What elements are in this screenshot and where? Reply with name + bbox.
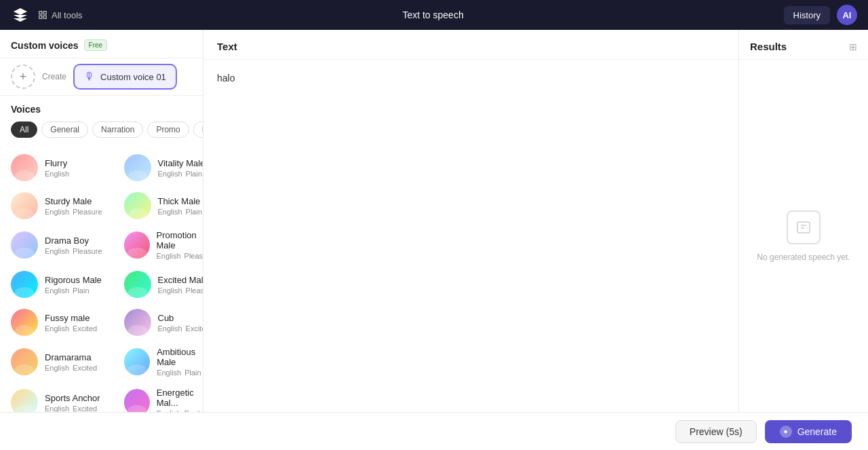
- text-panel: Text halo: [203, 30, 739, 412]
- voice-item-rigorous-male[interactable]: Rigorous Male EnglishPlain: [0, 265, 113, 303]
- voice-avatar-flurry: [11, 154, 38, 181]
- voice-avatar-promotion-male: [124, 231, 150, 259]
- generate-button[interactable]: ● Generate: [765, 420, 852, 443]
- svg-rect-3: [43, 16, 46, 18]
- voice-item-promotion-male[interactable]: Promotion Male EnglishPleasure: [113, 225, 203, 265]
- voice-avatar-thick-male: [124, 192, 151, 219]
- voice-item-sturdy-male[interactable]: Sturdy Male EnglishPleasure: [0, 187, 113, 225]
- voice-avatar-sports-anchor: [11, 389, 38, 412]
- voice-avatar-fussy-male: [11, 309, 38, 336]
- filter-tabs: All General Narration Promo Newscast: [0, 120, 203, 146]
- plus-icon: +: [20, 70, 27, 84]
- voice-avatar-dramarama: [11, 348, 38, 375]
- topnav-right: History AI: [784, 5, 857, 25]
- voice-avatar-rigorous-male: [11, 271, 38, 298]
- results-empty-state: No generated speech yet.: [739, 60, 868, 412]
- tab-general[interactable]: General: [41, 121, 88, 138]
- custom-voices-title: Custom voices: [11, 40, 79, 51]
- results-empty-text: No generated speech yet.: [757, 252, 850, 262]
- history-button[interactable]: History: [784, 6, 830, 24]
- voice-item-cub[interactable]: Cub EnglishExcited: [113, 303, 203, 341]
- voice-item-flurry[interactable]: Flurry English: [0, 149, 113, 187]
- voice-avatar-cub: [124, 309, 151, 336]
- generate-icon: ●: [780, 426, 792, 438]
- results-placeholder-icon: [787, 210, 821, 244]
- voice-item-vitality-male[interactable]: Vitality Male EnglishPlain: [113, 149, 203, 187]
- custom-voice-item[interactable]: 🎙 Custom voice 01: [73, 64, 177, 90]
- voice-item-excited-male[interactable]: Excited Male EnglishPleasure: [113, 265, 203, 303]
- voice-avatar-vitality-male: [124, 154, 151, 181]
- user-avatar[interactable]: AI: [837, 5, 857, 25]
- left-panel: Custom voices Free + Create 🎙 Custom voi…: [0, 30, 203, 412]
- tab-newscast[interactable]: Newscast: [193, 121, 203, 138]
- topnav: All tools Text to speech History AI: [0, 0, 868, 30]
- all-tools-label: All tools: [52, 10, 83, 20]
- voice-avatar-ambitious-male: [124, 348, 151, 375]
- voice-item-sports-anchor[interactable]: Sports Anchor EnglishExcited: [0, 382, 113, 412]
- voice-item-energetic-male[interactable]: Energetic Mal... EnglishExcited: [113, 382, 203, 412]
- custom-voice-label: Custom voice 01: [100, 72, 166, 82]
- results-panel: Results ⊞ No generated speech yet.: [739, 30, 868, 412]
- topnav-left: All tools: [11, 5, 83, 24]
- free-badge: Free: [84, 39, 108, 51]
- tab-narration[interactable]: Narration: [92, 121, 143, 138]
- custom-voices-row: + Create 🎙 Custom voice 01: [0, 58, 203, 96]
- results-title: Results: [750, 41, 787, 52]
- microphone-icon: 🎙: [84, 71, 95, 83]
- results-header: Results ⊞: [739, 30, 868, 60]
- all-tools-button[interactable]: All tools: [38, 10, 83, 20]
- tab-promo[interactable]: Promo: [147, 121, 189, 138]
- results-options-icon[interactable]: ⊞: [849, 41, 857, 52]
- voice-avatar-excited-male: [124, 271, 151, 298]
- voice-list: Flurry English Vitality Male EnglishPlai…: [0, 146, 203, 412]
- tab-all[interactable]: All: [11, 121, 37, 138]
- voice-item-ambitious-male[interactable]: Ambitious Male EnglishPlain: [113, 341, 203, 382]
- text-content: halo: [217, 73, 235, 83]
- logo: [11, 5, 30, 24]
- svg-rect-7: [797, 222, 810, 233]
- custom-voices-header: Custom voices Free: [0, 30, 203, 58]
- voice-grid: Flurry English Vitality Male EnglishPlai…: [0, 149, 203, 412]
- page-title: Text to speech: [402, 10, 463, 20]
- svg-rect-1: [43, 12, 46, 14]
- voice-item-thick-male[interactable]: Thick Male EnglishPlain: [113, 187, 203, 225]
- voice-avatar-drama-boy: [11, 231, 38, 259]
- voice-item-fussy-male[interactable]: Fussy male EnglishExcited: [0, 303, 113, 341]
- create-label: Create: [42, 72, 66, 81]
- voices-header: Voices: [0, 96, 203, 120]
- text-panel-header: Text: [203, 30, 738, 60]
- preview-button[interactable]: Preview (5s): [675, 420, 757, 443]
- svg-rect-0: [39, 12, 42, 14]
- main-layout: Custom voices Free + Create 🎙 Custom voi…: [0, 30, 868, 412]
- text-input-area[interactable]: halo: [203, 60, 738, 412]
- svg-rect-2: [39, 16, 42, 18]
- voice-avatar-energetic-male: [124, 389, 150, 412]
- generate-label: Generate: [797, 426, 837, 437]
- voice-item-dramarama[interactable]: Dramarama EnglishExcited: [0, 341, 113, 382]
- voice-avatar-sturdy-male: [11, 192, 38, 219]
- voice-item-drama-boy[interactable]: Drama Boy EnglishPleasure: [0, 225, 113, 265]
- create-button[interactable]: +: [11, 64, 35, 89]
- bottom-bar: Preview (5s) ● Generate: [0, 412, 868, 450]
